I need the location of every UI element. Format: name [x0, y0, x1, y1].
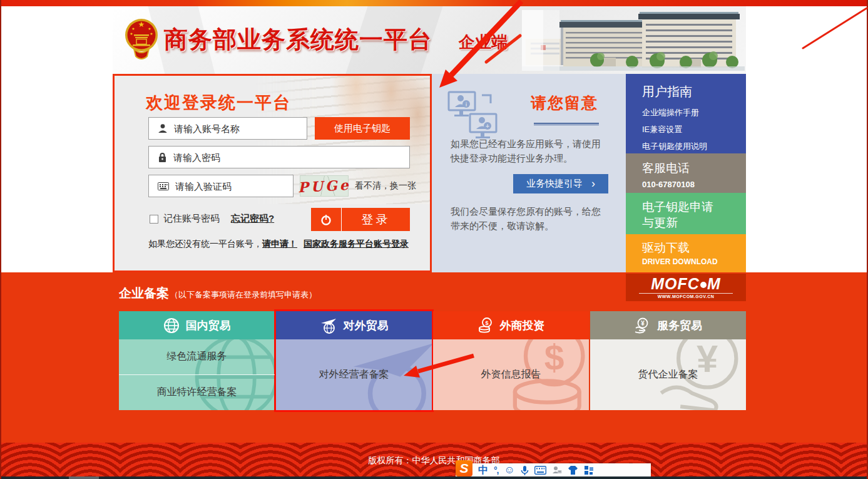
notice-title: 请您留意	[531, 93, 598, 113]
svg-text:$: $	[485, 319, 488, 326]
window-border-left	[0, 0, 1, 479]
link-foreign-operator-filing[interactable]: 对外经营者备案	[276, 339, 432, 410]
footer: 版权所有：中华人民共和国商务部 S 中 °, ☺	[0, 443, 868, 476]
sidebar-service-phone: 客服电话 010-67870108	[626, 153, 746, 193]
login-panel: 欢迎登录统一平台 使用电子钥匙	[113, 74, 432, 272]
svg-text:★: ★	[148, 27, 151, 31]
remember-label[interactable]: 记住账号密码	[163, 213, 220, 225]
svg-text:i: i	[466, 101, 467, 108]
mofcom-logo-text: M	[707, 276, 721, 292]
main-row: 欢迎登录统一平台 使用电子钥匙	[113, 74, 746, 272]
account-field[interactable]	[148, 117, 307, 140]
card-foreign-trade: 对外贸易 对外经营者备案	[276, 311, 432, 410]
sogou-ime-icon[interactable]: S	[456, 460, 472, 476]
page: ★ ★ ★ ★ ★ 商务部业务系统统一平台 企业端	[0, 0, 868, 479]
ime-microphone-icon[interactable]	[521, 465, 529, 476]
site-subtitle: 企业端	[459, 31, 508, 53]
keyboard-icon	[158, 182, 169, 190]
ime-account-icon[interactable]	[552, 465, 562, 475]
notice-paragraph: 如果您已经有业务应用账号，请使用快捷登录功能进行业务办理。	[451, 136, 610, 166]
password-field[interactable]	[148, 146, 410, 168]
sidebar-link-ie-settings[interactable]: IE兼容设置	[642, 124, 746, 135]
quick-guide-button[interactable]: 业务快捷引导 ›	[513, 174, 608, 193]
link-franchise-filing[interactable]: 商业特许经营备案	[119, 375, 275, 411]
card-title: 外商投资	[500, 318, 545, 333]
lock-icon	[158, 152, 167, 163]
forgot-password-link[interactable]: 忘记密码?	[231, 213, 274, 225]
captcha-field[interactable]	[148, 175, 294, 197]
sidebar-link-manual[interactable]: 企业端操作手册	[642, 107, 746, 118]
sidebar-user-guide: 用户指南 企业端操作手册 IE兼容设置 电子钥匙使用说明	[626, 74, 746, 153]
card-foreign-investment-header: $ 外商投资	[433, 311, 589, 339]
svg-text:★: ★	[150, 32, 153, 36]
card-service-trade-header: ¥ 服务贸易	[590, 311, 746, 339]
svg-text:¥: ¥	[641, 319, 645, 326]
site-title: 商务部业务系统统一平台	[164, 24, 432, 56]
service-phone-number: 010-67870108	[642, 180, 746, 189]
sidebar-link-ekey-instructions[interactable]: 电子钥匙使用说明	[642, 141, 746, 152]
link-green-circulation[interactable]: 绿色流通服务	[119, 339, 275, 375]
link-foreign-investment-report[interactable]: 外资信息报告	[433, 339, 589, 410]
card-foreign-trade-header: 对外贸易	[276, 311, 432, 339]
card-foreign-investment: $ 外商投资 外资信息报告	[433, 311, 589, 410]
captcha-input[interactable]	[175, 181, 300, 192]
notice-panel: i + 请您留意 如果您已经有业务应用账号，请使用快捷登录功能进行业务办理。 业…	[432, 74, 626, 272]
filing-cards: 国内贸易 绿色流通服务 商业特许经营备案	[119, 311, 746, 410]
quick-guide-label: 业务快捷引导	[526, 178, 583, 190]
card-domestic-trade: 国内贸易 绿色流通服务 商业特许经营备案	[119, 311, 275, 410]
login-title: 欢迎登录统一平台	[146, 91, 291, 114]
mofcom-logo: MOFC M WWW.MOFCOM.GOV.CN	[626, 274, 746, 301]
ime-menu-grid-icon[interactable]	[584, 465, 594, 475]
sidebar-driver-download[interactable]: 驱动下载 DRIVER DOWNLOAD	[626, 234, 746, 272]
user-guide-title: 用户指南	[642, 83, 746, 100]
chevron-right-icon: ›	[591, 177, 595, 190]
top-accent-bar	[0, 0, 868, 6]
link-freight-forwarder-filing[interactable]: 货代企业备案	[590, 339, 746, 410]
power-icon	[311, 214, 341, 226]
captcha-refresh-link[interactable]: 看不清，换一张	[355, 180, 416, 192]
card-title: 国内贸易	[186, 318, 231, 333]
hand-yuan-icon: ¥	[634, 317, 651, 334]
password-input[interactable]	[173, 152, 404, 163]
login-button[interactable]: 登录	[311, 208, 410, 231]
card-service-trade: ¥ 服务贸易 货代企业备案	[590, 311, 746, 410]
globe-icon	[163, 317, 180, 334]
ime-emoji-icon[interactable]: ☺	[504, 464, 515, 476]
no-account-text: 如果您还没有统一平台账号，	[148, 239, 262, 249]
filing-section-note: （以下备案事项请在登录前填写申请表）	[170, 289, 317, 301]
account-input[interactable]	[174, 123, 302, 134]
captcha-image[interactable]: PUGe	[300, 175, 349, 197]
apply-link[interactable]: 请申请！	[262, 239, 297, 249]
ime-keyboard-icon[interactable]	[534, 466, 546, 475]
svg-text:+: +	[486, 123, 489, 130]
enterprise-filing-section: 企业备案 （以下备案事项请在登录前填写申请表） MOFC M WWW.MOFCO…	[0, 272, 868, 443]
ekey-apply-line1: 电子钥匙申请	[642, 200, 746, 215]
ime-skin-icon[interactable]	[568, 465, 578, 475]
card-title: 服务贸易	[657, 318, 702, 333]
ime-toolbar[interactable]: S 中 °, ☺	[456, 463, 651, 477]
remember-checkbox[interactable]	[150, 215, 158, 224]
filing-section-title: 企业备案	[119, 285, 169, 302]
svg-text:★: ★	[131, 27, 135, 31]
svg-text:★: ★	[138, 20, 145, 29]
use-ekey-button[interactable]: 使用电子钥匙	[315, 117, 410, 140]
coins-icon: $	[477, 317, 494, 334]
captcha-text: PUGe	[297, 177, 351, 195]
taskbar-edge-segment	[69, 476, 99, 479]
airplane-globe-icon	[320, 317, 337, 334]
mofcom-logo-text: MOFC	[651, 276, 700, 292]
sidebar-ekey-apply[interactable]: 电子钥匙申请 与更新	[626, 193, 746, 234]
taskbar-edge	[0, 476, 868, 479]
header: ★ ★ ★ ★ ★ 商务部业务系统统一平台 企业端	[113, 6, 746, 74]
ime-punctuation-toggle[interactable]: °,	[494, 465, 499, 475]
gov-platform-login-link[interactable]: 国家政务服务平台账号登录	[304, 239, 409, 250]
ime-language-toggle[interactable]: 中	[478, 464, 488, 477]
service-phone-title: 客服电话	[642, 160, 746, 177]
driver-download-subtitle: DRIVER DOWNLOAD	[642, 257, 746, 266]
login-button-label: 登录	[342, 212, 410, 228]
card-title: 对外贸易	[344, 318, 389, 333]
sidebar: 用户指南 企业端操作手册 IE兼容设置 电子钥匙使用说明 客服电话 010-67…	[626, 74, 746, 272]
notice-title-underline	[534, 123, 599, 125]
card-domestic-trade-header: 国内贸易	[119, 311, 275, 339]
copyright-text: 版权所有：中华人民共和国商务部	[0, 455, 868, 466]
